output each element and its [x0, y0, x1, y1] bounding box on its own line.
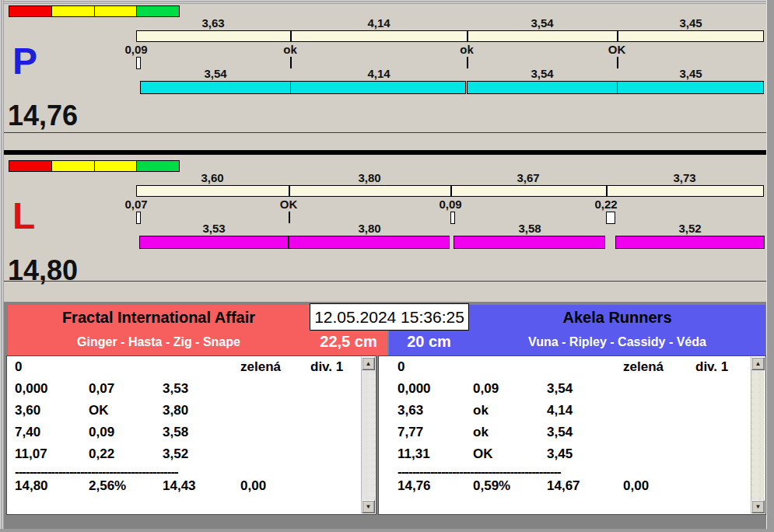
separator-row: ----------------------------------------…: [15, 464, 234, 480]
total-value-cell: 2,56%: [89, 478, 126, 494]
dog-time-segment: [454, 236, 605, 249]
traffic-segment-2: [95, 161, 138, 171]
total-value-cell: 14,67: [547, 478, 580, 494]
dog-time-segment: [289, 236, 450, 249]
split-time-label: 3,73: [673, 172, 695, 184]
run-value-cell: 4,14: [547, 403, 573, 418]
dog-time-segment: [139, 236, 289, 249]
scroll-up-icon[interactable]: ▲: [362, 357, 375, 370]
run-result-list-left[interactable]: 0zelenádiv. 10,0000,073,533,60OK3,807,40…: [6, 355, 376, 515]
run-value-cell: OK: [473, 446, 493, 462]
lane-divider-line: [4, 132, 766, 133]
flyball-timer-window: P 14,76 3,634,143,543,450,09okokOK3,544,…: [0, 0, 774, 532]
changeover-ok-tick: [467, 57, 468, 68]
light-color-cell: zelená: [623, 359, 664, 375]
run-value-cell: 7,40: [15, 425, 40, 440]
traffic-segment-0: [9, 6, 52, 16]
run-value-cell: 11,07: [15, 446, 47, 462]
start-traffic-light: [9, 160, 180, 172]
vertical-scrollbar[interactable]: ▲ ▼: [361, 357, 375, 513]
split-bar-divider: [617, 31, 618, 41]
split-time-label: 3,54: [531, 17, 553, 29]
split-time-label: 3,67: [517, 172, 539, 184]
split-bar-divider: [450, 186, 452, 196]
dog-time-segment: [617, 81, 764, 94]
run-value-cell: 0,09: [89, 425, 114, 440]
split-bar-divider: [290, 31, 292, 41]
traffic-segment-3: [137, 6, 179, 16]
datetime-display: 12.05.2024 15:36:25: [310, 303, 469, 331]
lane-letter: L: [12, 196, 35, 236]
changeover-loss-marker: [136, 212, 141, 224]
split-bar-divider: [606, 186, 608, 196]
run-value-cell: 7,77: [398, 425, 423, 440]
scroll-down-icon[interactable]: ▼: [362, 500, 375, 513]
lanes-separator-bar: [4, 150, 766, 155]
scroll-up-icon[interactable]: ▲: [751, 357, 765, 370]
dog-time-segment: [615, 236, 765, 249]
total-value-cell: 14,43: [163, 478, 196, 494]
split-time-label: 4,14: [367, 17, 390, 29]
split-times-bar: [136, 185, 764, 197]
changeover-label: OK: [608, 44, 626, 55]
changeover-ok-tick: [617, 57, 618, 68]
split-bar-divider: [289, 186, 290, 196]
window-border-bottom: [0, 529, 774, 532]
jump-height-left: 22,5 cm: [310, 331, 387, 352]
vertical-scrollbar[interactable]: ▲ ▼: [751, 357, 765, 513]
dog-time-segment: [290, 81, 466, 94]
dog-time-label: 3,52: [678, 222, 701, 234]
lane-panel-p: P 14,76 3,634,143,543,450,09okokOK3,544,…: [0, 4, 774, 132]
status-cell: 0: [398, 359, 405, 375]
division-cell: div. 1: [310, 359, 343, 375]
lane-letter: P: [12, 41, 37, 82]
total-value-cell: 0,59%: [473, 478, 510, 494]
scroll-down-icon[interactable]: ▼: [751, 500, 765, 513]
dog-time-label: 3,58: [518, 222, 541, 234]
total-value-cell: 14,76: [398, 478, 431, 494]
jump-height-right: 20 cm: [389, 331, 469, 352]
dog-time-label: 3,80: [358, 222, 380, 234]
light-color-cell: zelená: [240, 359, 281, 375]
run-value-cell: 3,80: [163, 403, 188, 418]
split-time-label: 3,45: [679, 17, 702, 29]
run-value-cell: 0,07: [89, 381, 114, 397]
run-value-cell: 3,54: [547, 381, 573, 397]
run-value-cell: 3,60: [15, 403, 40, 418]
team-dogs-left: Ginger - Hasta - Zig - Snape: [8, 334, 310, 350]
run-value-cell: 11,31: [398, 446, 430, 462]
changeover-label: 0,09: [439, 198, 461, 210]
traffic-segment-3: [137, 161, 179, 171]
dog-time-label: 3,54: [204, 68, 226, 79]
changeover-label: ok: [460, 44, 474, 55]
split-time-label: 3,80: [358, 172, 380, 184]
status-cell: 0: [15, 359, 22, 375]
changeover-ok-tick: [290, 57, 292, 68]
start-traffic-light: [9, 5, 180, 17]
run-value-cell: 0,000: [398, 381, 431, 397]
changeover-label: 0,09: [124, 44, 147, 55]
split-time-label: 3,63: [201, 17, 224, 29]
team-name-right: Akela Runners: [469, 307, 765, 327]
run-value-cell: 3,58: [163, 425, 188, 440]
total-value-cell: 0,00: [623, 478, 649, 494]
split-times-bar: [136, 30, 764, 42]
run-value-cell: ok: [473, 425, 489, 440]
lane-total-time: 14,76: [8, 100, 78, 131]
split-time-label: 3,60: [201, 172, 223, 184]
team-dogs-right: Vuna - Ripley - Cassidy - Véda: [469, 334, 765, 350]
changeover-loss-marker: [136, 57, 141, 69]
run-value-cell: 3,63: [398, 403, 423, 418]
changeover-label: 0,22: [594, 198, 617, 210]
changeover-label: 0,07: [124, 198, 147, 210]
run-value-cell: 0,09: [473, 381, 499, 397]
dog-time-label: 3,53: [202, 222, 225, 234]
dog-time-label: 3,54: [531, 68, 553, 79]
dog-time-segment: [140, 81, 291, 94]
dog-time-label: 3,45: [679, 68, 702, 79]
total-value-cell: 0,00: [240, 478, 266, 494]
run-value-cell: 3,45: [547, 446, 573, 462]
lane-total-time: 14,80: [8, 255, 78, 286]
run-result-list-right[interactable]: 0zelenádiv. 10,0000,093,543,63ok4,147,77…: [378, 355, 766, 515]
run-value-cell: 3,53: [163, 381, 188, 397]
